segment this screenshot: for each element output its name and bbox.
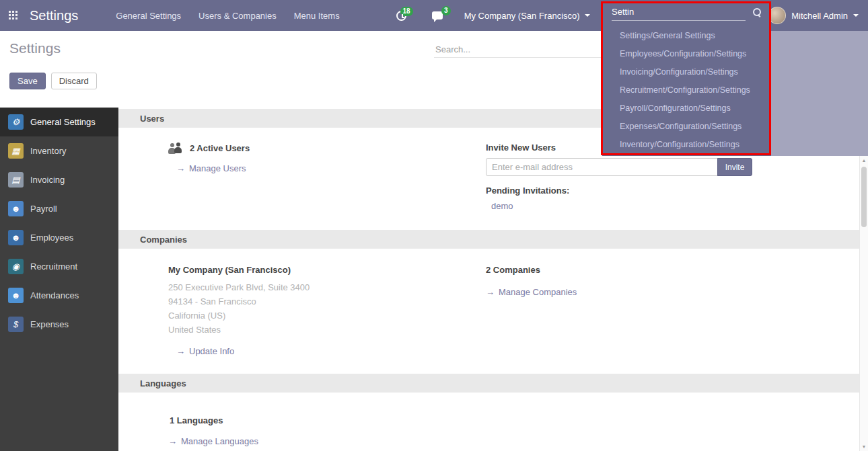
menu-search-input[interactable]: Settin <box>602 0 771 21</box>
address-line: California (US) <box>168 309 486 323</box>
address-line: United States <box>168 323 486 337</box>
section-header-companies: Companies <box>118 230 859 249</box>
menu-search-result[interactable]: Inventory/Configuration/Settings <box>602 136 771 154</box>
gear-icon: ⚙ <box>8 114 24 130</box>
settings-sidebar: ⚙ General Settings ▦ Inventory ▤ Invoici… <box>0 108 118 451</box>
navbar-app-title[interactable]: Settings <box>30 8 78 24</box>
attendance-person-icon: ☻ <box>8 288 24 303</box>
languages-count: 1 Languages <box>170 415 859 425</box>
sidebar-item-recruitment[interactable]: ◉ Recruitment <box>0 252 118 281</box>
menu-search-query[interactable]: Settin <box>612 7 746 21</box>
address-line: 94134 - San Francisco <box>168 294 486 309</box>
arrow-right-icon: → <box>486 287 495 297</box>
manage-languages-link[interactable]: → Manage Languages <box>168 436 258 446</box>
invite-button[interactable]: Invite <box>717 158 752 176</box>
menu-search-results: Settings/General Settings Employees/Conf… <box>602 27 771 154</box>
save-button[interactable]: Save <box>9 73 46 89</box>
activities-clock-icon[interactable]: 18 <box>396 11 406 21</box>
messages-bubble-icon[interactable]: 3 <box>432 11 443 19</box>
boxes-icon: ▦ <box>8 143 24 159</box>
sidebar-item-employees[interactable]: ☻ Employees <box>0 223 118 252</box>
scroll-up-icon[interactable]: ▲ <box>860 158 868 163</box>
sidebar-item-attendances[interactable]: ☻ Attendances <box>0 281 118 310</box>
odoo-settings-app: Settings General Settings Users & Compan… <box>0 0 868 451</box>
pending-invitation-demo-link[interactable]: demo <box>491 201 513 211</box>
manage-users-link[interactable]: → Manage Users <box>176 163 246 173</box>
vertical-scrollbar[interactable]: ▲ ▼ <box>859 156 868 451</box>
avatar <box>768 7 786 24</box>
pending-invitations-label: Pending Invitations: <box>486 186 859 196</box>
activities-badge: 18 <box>400 7 413 16</box>
sidebar-item-general-settings[interactable]: ⚙ General Settings <box>0 108 118 136</box>
section-header-languages: Languages <box>118 374 859 393</box>
form-buttons: Save Discard <box>9 73 97 89</box>
scroll-down-icon[interactable]: ▼ <box>860 444 868 449</box>
apps-grid-icon[interactable] <box>8 10 19 21</box>
menu-item-menu-items[interactable]: Menu Items <box>294 11 340 21</box>
sidebar-item-payroll[interactable]: ☻ Payroll <box>0 194 118 223</box>
sidebar-item-inventory[interactable]: ▦ Inventory <box>0 136 118 165</box>
menu-search-result[interactable]: Employees/Configuration/Settings <box>602 45 771 63</box>
menu-search-dropdown: Settin Settings/General Settings Employe… <box>602 0 771 156</box>
company-address: 250 Executive Park Blvd, Suite 3400 9413… <box>168 280 486 337</box>
invite-email-input[interactable] <box>486 158 718 176</box>
menu-search-result[interactable]: Payroll/Configuration/Settings <box>602 99 771 118</box>
company-selector[interactable]: My Company (San Francisco) <box>464 11 590 21</box>
menu-search-result[interactable]: Settings/General Settings <box>602 27 771 45</box>
languages-section: 1 Languages → Manage Languages <box>118 393 859 447</box>
settings-content: Users 2 Active Users → Manage Users Invi… <box>118 108 859 451</box>
users-group-icon <box>168 142 184 154</box>
menu-search-result[interactable]: Expenses/Configuration/Settings <box>602 118 771 136</box>
user-name: Mitchell Admin <box>791 11 848 21</box>
document-icon: ▤ <box>8 172 24 188</box>
scrollbar-thumb[interactable] <box>861 167 867 227</box>
menu-item-users-companies[interactable]: Users & Companies <box>198 11 277 21</box>
caret-down-icon <box>585 14 590 19</box>
menu-item-general-settings[interactable]: General Settings <box>116 11 181 21</box>
address-line: 250 Executive Park Blvd, Suite 3400 <box>168 280 486 294</box>
dimmed-overlay-panel <box>771 31 868 156</box>
employees-group-icon: ☻ <box>8 230 24 245</box>
menu-search-result[interactable]: Invoicing/Configuration/Settings <box>602 63 771 81</box>
sidebar-item-invoicing[interactable]: ▤ Invoicing <box>0 165 118 194</box>
update-info-link[interactable]: → Update Info <box>176 346 234 356</box>
expense-person-icon: $ <box>8 317 24 332</box>
discard-button[interactable]: Discard <box>51 73 97 89</box>
arrow-right-icon: → <box>176 163 185 173</box>
companies-count: 2 Companies <box>486 265 859 275</box>
company-name: My Company (San Francisco) <box>168 265 486 275</box>
messages-badge: 3 <box>441 6 451 15</box>
user-menu[interactable]: Mitchell Admin <box>768 0 859 31</box>
sidebar-item-expenses[interactable]: $ Expenses <box>0 310 118 339</box>
arrow-right-icon: → <box>168 436 177 446</box>
menu-search-result[interactable]: Recruitment/Configuration/Settings <box>602 81 771 99</box>
companies-section: My Company (San Francisco) 250 Executive… <box>118 249 859 374</box>
payroll-person-icon: ☻ <box>8 201 24 216</box>
company-selector-label: My Company (San Francisco) <box>464 11 580 21</box>
search-icon[interactable] <box>752 7 762 18</box>
page-title: Settings <box>9 40 61 56</box>
arrow-right-icon: → <box>176 346 185 356</box>
manage-companies-link[interactable]: → Manage Companies <box>486 287 577 297</box>
caret-down-icon <box>853 14 859 19</box>
magnifier-icon: ◉ <box>8 259 24 274</box>
active-users-count: 2 Active Users <box>190 143 250 153</box>
navbar-menu: General Settings Users & Companies Menu … <box>116 11 339 21</box>
